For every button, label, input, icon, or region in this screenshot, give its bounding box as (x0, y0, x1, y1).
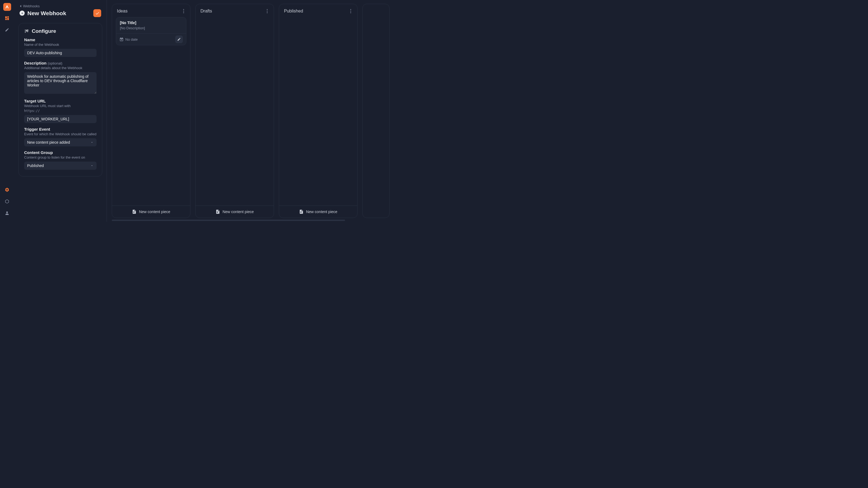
column-title: Published (284, 9, 303, 13)
more-vertical-icon[interactable] (182, 8, 185, 14)
svg-point-11 (350, 9, 351, 10)
svg-point-4 (6, 212, 8, 213)
svg-point-7 (183, 12, 184, 13)
content-group-label: Content Group (24, 150, 97, 155)
svg-point-13 (350, 12, 351, 13)
column-header: Drafts (195, 4, 274, 17)
description-label: Description (optional) (24, 61, 97, 65)
trigger-event-sublabel: Event for which the Webhook should be ca… (24, 132, 97, 136)
column-header: Ideas (112, 4, 190, 17)
svg-rect-1 (7, 16, 9, 18)
horizontal-scrollbar[interactable] (112, 220, 345, 221)
file-plus-icon (299, 209, 304, 214)
svg-point-6 (183, 11, 184, 12)
column-title: Drafts (200, 9, 212, 13)
column-body: [No Title] [No Description] No date (112, 17, 190, 205)
pencil-icon (177, 37, 181, 41)
column-published: Published New content piece (279, 4, 358, 218)
file-plus-icon (215, 209, 220, 214)
svg-point-12 (350, 11, 351, 12)
column-title: Ideas (117, 9, 127, 13)
trigger-event-label: Trigger Event (24, 127, 97, 131)
column-body (279, 17, 357, 205)
breadcrumb[interactable]: Webhooks (20, 4, 101, 8)
description-textarea[interactable] (24, 72, 97, 94)
column-header: Published (279, 4, 357, 17)
breadcrumb-label: Webhooks (23, 4, 40, 8)
content-card[interactable]: [No Title] [No Description] No date (116, 17, 186, 45)
app-logo[interactable] (3, 3, 11, 11)
card-date: No date (119, 37, 138, 41)
name-input[interactable] (24, 49, 97, 57)
svg-rect-3 (5, 19, 7, 20)
svg-rect-0 (5, 16, 7, 19)
icon-rail (0, 0, 14, 222)
svg-point-5 (183, 9, 184, 10)
field-trigger-event: Trigger Event Event for which the Webhoo… (24, 127, 97, 147)
dashboard-icon[interactable] (3, 14, 11, 23)
configure-panel: Configure Name Name of the Webhook Descr… (19, 23, 102, 176)
target-url-sublabel: Webhook URL must start with https:// (24, 104, 97, 113)
cube-icon[interactable] (3, 197, 11, 206)
more-vertical-icon[interactable] (266, 8, 269, 14)
content-group-sublabel: Content group to listen for the event on (24, 155, 97, 159)
svg-point-9 (267, 11, 268, 12)
calendar-x-icon (119, 37, 124, 41)
main-content: Ideas [No Title] [No Description] No dat… (107, 0, 395, 222)
name-label: Name (24, 37, 97, 42)
column-ideas: Ideas [No Title] [No Description] No dat… (112, 4, 190, 218)
pencil-icon[interactable] (3, 26, 11, 34)
content-group-select[interactable]: Published (24, 162, 97, 170)
sidebar: Webhooks New Webhook Configure Name Name… (14, 0, 107, 222)
chevron-down-icon (90, 141, 94, 144)
plus-circle-icon (20, 10, 25, 16)
configure-title: Configure (24, 28, 97, 34)
description-sublabel: Additional details about the Webhook (24, 66, 97, 70)
header: Webhooks New Webhook (14, 0, 106, 20)
chevron-down-icon (90, 164, 94, 167)
edit-button[interactable] (175, 35, 183, 43)
svg-rect-2 (7, 18, 9, 20)
svg-point-8 (267, 9, 268, 10)
target-url-label: Target URL (24, 99, 97, 103)
field-content-group: Content Group Content group to listen fo… (24, 150, 97, 170)
trigger-event-select[interactable]: New content piece added (24, 138, 97, 147)
field-target-url: Target URL Webhook URL must start with h… (24, 99, 97, 123)
confirm-button[interactable] (93, 9, 101, 17)
board: Ideas [No Title] [No Description] No dat… (112, 4, 390, 218)
target-url-input[interactable] (24, 115, 97, 123)
more-vertical-icon[interactable] (349, 8, 352, 14)
card-description: [No Description] (120, 26, 182, 30)
field-name: Name Name of the Webhook (24, 37, 97, 57)
sliders-icon (24, 29, 29, 34)
name-sublabel: Name of the Webhook (24, 42, 97, 46)
field-description: Description (optional) Additional detail… (24, 61, 97, 95)
column-body (195, 17, 274, 205)
file-plus-icon (132, 209, 137, 214)
page-title: New Webhook (27, 10, 66, 17)
gear-icon[interactable] (3, 186, 11, 194)
new-content-button[interactable]: New content piece (112, 205, 190, 218)
column-drafts: Drafts New content piece (195, 4, 274, 218)
card-title: [No Title] (120, 21, 182, 25)
new-content-button[interactable]: New content piece (279, 205, 357, 218)
svg-point-10 (267, 12, 268, 13)
check-icon (95, 11, 99, 15)
user-icon[interactable] (3, 209, 11, 218)
chevron-left-icon (20, 5, 22, 8)
new-content-button[interactable]: New content piece (195, 205, 274, 218)
column-peek (362, 4, 390, 218)
